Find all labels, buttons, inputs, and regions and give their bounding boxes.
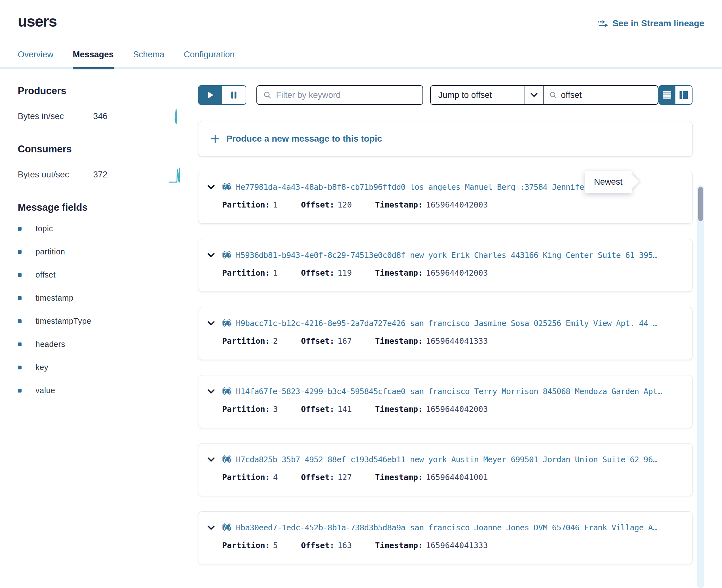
message-meta: Partition:4 Offset:127 Timestamp:1659644… [222, 473, 685, 482]
message-key[interactable]: �� He77981da-4a43-48ab-b8f8-cb71b96ffdd0… [222, 183, 625, 192]
pause-button[interactable] [222, 86, 246, 104]
offset-label: Offset: [301, 541, 334, 550]
expand-chevron-icon[interactable] [207, 185, 215, 190]
play-button[interactable] [199, 86, 222, 104]
field-label: timestamp [36, 293, 74, 302]
field-bullet-icon [18, 342, 22, 346]
message-key[interactable]: �� H14fa67fe-5823-4299-b3c4-595845cfcae0… [222, 387, 662, 396]
stream-lineage-icon [597, 19, 609, 28]
stream-lineage-label: See in Stream lineage [613, 18, 704, 28]
offset-search-field [543, 85, 658, 105]
expand-chevron-icon[interactable] [207, 457, 215, 462]
scrollbar-track[interactable] [697, 185, 704, 588]
bytes-in-value: 346 [93, 111, 107, 121]
bytes-out-label: Bytes out/sec [18, 170, 93, 180]
jump-to-offset-select[interactable]: Jump to offset [430, 85, 543, 105]
filter-input[interactable] [276, 90, 416, 100]
message-row[interactable]: �� H7cda825b-35b7-4952-88ef-c193d546eb11… [198, 443, 693, 496]
field-item-offset[interactable]: offset [18, 270, 183, 279]
offset-value: 163 [337, 541, 352, 550]
replacement-glyphs: �� [222, 523, 236, 532]
timestamp-label: Timestamp: [375, 200, 423, 209]
newest-tooltip-label: Newest [594, 177, 622, 187]
offset-value: 120 [337, 200, 352, 209]
produce-message-label: Produce a new message to this topic [226, 134, 382, 144]
field-item-partition[interactable]: partition [18, 247, 183, 256]
field-item-timestamp[interactable]: timestamp [18, 293, 183, 302]
field-item-value[interactable]: value [18, 386, 183, 395]
message-key[interactable]: �� H9bacc71c-b12c-4216-8e95-2a7da727e426… [222, 319, 657, 328]
partition-value: 1 [273, 200, 278, 209]
field-item-key[interactable]: key [18, 363, 183, 372]
field-item-topic[interactable]: topic [18, 224, 183, 233]
field-bullet-icon [18, 319, 22, 323]
message-row[interactable]: �� Hba30eed7-1edc-452b-8b1a-738d3b5d8a9a… [198, 511, 693, 564]
message-row[interactable]: �� H14fa67fe-5823-4299-b3c4-595845cfcae0… [198, 375, 693, 428]
play-pause-toggle [198, 85, 246, 105]
offset-label: Offset: [301, 473, 334, 482]
stream-lineage-link[interactable]: See in Stream lineage [597, 18, 704, 28]
offset-value: 119 [337, 268, 352, 277]
timestamp-value: 1659644042003 [426, 268, 488, 277]
list-view-button[interactable] [659, 86, 675, 104]
consumers-heading: Consumers [18, 144, 183, 155]
chevron-down-icon [524, 86, 543, 104]
tab-messages[interactable]: Messages [73, 50, 114, 69]
offset-label: Offset: [301, 336, 334, 345]
offset-label: Offset: [301, 200, 334, 209]
timestamp-label: Timestamp: [375, 336, 423, 345]
replacement-glyphs: �� [222, 251, 236, 260]
message-key[interactable]: �� H5936db81-b943-4e0f-8c29-74513e0c0d8f… [222, 251, 657, 260]
message-key[interactable]: �� Hba30eed7-1edc-452b-8b1a-738d3b5d8a9a… [222, 523, 657, 532]
field-bullet-icon [18, 250, 22, 254]
search-icon [263, 91, 272, 100]
timestamp-value: 1659644041001 [426, 473, 488, 482]
partition-value: 2 [273, 336, 278, 345]
expand-chevron-icon[interactable] [207, 321, 215, 326]
expand-chevron-icon[interactable] [207, 389, 215, 394]
tab-bar: Overview Messages Schema Configuration [0, 50, 722, 69]
timestamp-value: 1659644042003 [426, 200, 488, 209]
newest-tooltip: Newest [585, 171, 632, 193]
message-key[interactable]: �� H7cda825b-35b7-4952-88ef-c193d546eb11… [222, 455, 657, 464]
partition-label: Partition: [222, 473, 270, 482]
scrollbar-thumb[interactable] [698, 187, 703, 221]
timestamp-label: Timestamp: [375, 268, 423, 277]
field-bullet-icon [18, 273, 22, 277]
field-item-timestampType[interactable]: timestampType [18, 316, 183, 326]
message-row[interactable]: �� H9bacc71c-b12c-4216-8e95-2a7da727e426… [198, 307, 693, 360]
page-title: users [18, 13, 57, 30]
tab-overview[interactable]: Overview [18, 50, 54, 67]
partition-label: Partition: [222, 268, 270, 277]
tab-configuration[interactable]: Configuration [184, 50, 235, 67]
replacement-glyphs: �� [222, 455, 236, 464]
partition-value: 3 [273, 404, 278, 414]
list-view-icon [663, 91, 671, 99]
sidebar: Producers Bytes in/sec 346 Consumers Byt… [18, 85, 183, 564]
field-label: key [36, 363, 48, 372]
column-view-icon [680, 91, 688, 99]
field-bullet-icon [18, 389, 22, 393]
partition-value: 1 [273, 268, 278, 277]
message-fields-list: topic partition offset timestamp timesta… [18, 224, 183, 395]
timestamp-label: Timestamp: [375, 473, 423, 482]
message-row[interactable]: �� H5936db81-b943-4e0f-8c29-74513e0c0d8f… [198, 239, 693, 292]
column-view-button[interactable] [675, 86, 692, 104]
partition-value: 4 [273, 473, 278, 482]
tab-schema[interactable]: Schema [133, 50, 165, 67]
partition-value: 5 [273, 541, 278, 550]
offset-label: Offset: [301, 268, 334, 277]
search-icon [549, 91, 557, 100]
offset-search-input[interactable] [561, 90, 652, 100]
expand-chevron-icon[interactable] [207, 525, 215, 530]
content: Producers Bytes in/sec 346 Consumers Byt… [0, 69, 722, 564]
expand-chevron-icon[interactable] [207, 253, 215, 258]
field-bullet-icon [18, 365, 22, 370]
partition-label: Partition: [222, 404, 270, 414]
field-label: value [36, 386, 55, 395]
message-meta: Partition:5 Offset:163 Timestamp:1659644… [222, 541, 685, 550]
field-bullet-icon [18, 296, 22, 300]
field-item-headers[interactable]: headers [18, 340, 183, 349]
field-label: headers [36, 340, 65, 349]
produce-message-button[interactable]: Produce a new message to this topic [198, 121, 693, 156]
